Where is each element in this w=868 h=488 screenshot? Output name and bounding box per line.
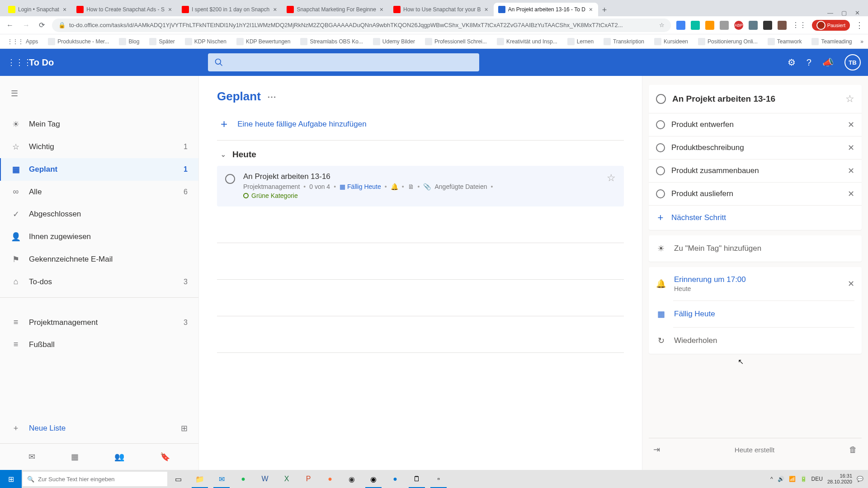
- chrome-icon[interactable]: ◉: [363, 470, 384, 488]
- tab-close-icon[interactable]: ×: [588, 6, 594, 13]
- task-row[interactable]: An Projekt arbeiten 13-16 Projektmanagem…: [217, 166, 624, 206]
- bookmark-item[interactable]: Udemy Bilder: [370, 36, 418, 47]
- app-icon[interactable]: ▫: [428, 470, 449, 488]
- extension-icon[interactable]: [676, 21, 685, 30]
- due-date-row[interactable]: ▦ Fällig Heute: [649, 301, 862, 327]
- bookmark-item[interactable]: ⋮⋮⋮Apps: [5, 36, 41, 47]
- bookmark-item[interactable]: Positionierung Onli...: [695, 36, 760, 47]
- abp-icon[interactable]: ABP: [734, 21, 743, 30]
- extension-icon[interactable]: [691, 21, 700, 30]
- notifications-icon[interactable]: 💬: [857, 476, 863, 482]
- tab-close-icon[interactable]: ×: [272, 6, 278, 13]
- step-circle[interactable]: [656, 166, 665, 175]
- star-icon[interactable]: ☆: [607, 172, 616, 184]
- sidebar-item[interactable]: ✓Abgeschlossen: [0, 203, 198, 225]
- sidebar-item[interactable]: ☆Wichtig1: [0, 136, 198, 158]
- star-icon[interactable]: ☆: [659, 22, 665, 28]
- complete-circle[interactable]: [225, 174, 235, 184]
- mail-app-icon[interactable]: ✉: [211, 470, 232, 488]
- bookmark-item[interactable]: Transkription: [601, 36, 647, 47]
- bookmark-item[interactable]: Professionell Schrei...: [422, 36, 490, 47]
- sidebar-item[interactable]: ≡Projektmanagement3: [0, 311, 198, 333]
- firefox-icon[interactable]: ●: [319, 470, 341, 488]
- mail-icon[interactable]: ✉: [28, 452, 35, 462]
- step-circle[interactable]: [656, 120, 665, 129]
- wifi-icon[interactable]: 📶: [789, 476, 796, 482]
- tab-close-icon[interactable]: ×: [483, 6, 489, 13]
- step-row[interactable]: Produkt zusammenbauen✕: [649, 159, 862, 182]
- app-launcher-icon[interactable]: ⋮⋮⋮: [7, 57, 25, 67]
- tab-close-icon[interactable]: ×: [167, 6, 173, 13]
- bookmark-item[interactable]: KDP Nischen: [182, 36, 229, 47]
- step-row[interactable]: Produktbeschreibung✕: [649, 136, 862, 159]
- step-circle[interactable]: [656, 189, 665, 198]
- hide-detail-icon[interactable]: ⇥: [653, 445, 660, 455]
- edge-icon[interactable]: ●: [384, 470, 406, 488]
- bookmark-item[interactable]: Lernen: [565, 36, 596, 47]
- close-icon[interactable]: ✕: [848, 279, 854, 289]
- obs-icon[interactable]: ◉: [341, 470, 363, 488]
- megaphone-icon[interactable]: 📣: [822, 57, 834, 68]
- word-icon[interactable]: W: [254, 470, 276, 488]
- avatar[interactable]: TB: [844, 54, 861, 70]
- people-icon[interactable]: 👥: [114, 452, 124, 462]
- calendar-icon[interactable]: ▦: [71, 452, 79, 462]
- tray-chevron-icon[interactable]: ^: [770, 476, 773, 482]
- close-window-button[interactable]: ✕: [855, 9, 860, 16]
- bookmark-item[interactable]: Teamleading: [809, 36, 854, 47]
- bookmark-item[interactable]: Teamwork: [765, 36, 805, 47]
- extension-icon[interactable]: [749, 21, 758, 30]
- bookmark-item[interactable]: Kursideen: [651, 36, 691, 47]
- volume-icon[interactable]: 🔊: [778, 476, 784, 482]
- notepad-icon[interactable]: 🗒: [406, 470, 428, 488]
- clock[interactable]: 16:31 28.10.2020: [827, 473, 852, 485]
- extension-icon[interactable]: [705, 21, 714, 30]
- sidebar-item[interactable]: ▦Geplant1: [0, 158, 198, 181]
- sidebar-item[interactable]: ∞Alle6: [0, 181, 198, 203]
- browser-tab[interactable]: An Projekt arbeiten 13-16 - To D×: [494, 3, 598, 16]
- extension-icon[interactable]: [763, 21, 772, 30]
- bookmark-item[interactable]: Streamlabs OBS Ko...: [297, 36, 365, 47]
- maximize-button[interactable]: ▢: [841, 9, 847, 16]
- hamburger-icon[interactable]: ☰: [0, 83, 198, 104]
- powerpoint-icon[interactable]: P: [297, 470, 319, 488]
- bookmark-item[interactable]: Produktsuche - Mer...: [45, 36, 112, 47]
- sidebar-item[interactable]: ⌂To-dos3: [0, 271, 198, 293]
- step-row[interactable]: Produkt entwerfen✕: [649, 113, 862, 136]
- start-button[interactable]: ⊞: [0, 470, 22, 488]
- add-to-my-day-button[interactable]: ☀ Zu "Mein Tag" hinzufügen: [649, 235, 862, 262]
- browser-tab[interactable]: Login • Snapchat×: [4, 3, 72, 16]
- bookmarks-overflow[interactable]: »: [860, 38, 863, 45]
- step-row[interactable]: Produkt ausliefern✕: [649, 182, 862, 205]
- tab-close-icon[interactable]: ×: [62, 6, 67, 13]
- detail-title[interactable]: An Projekt arbeiten 13-16: [672, 94, 839, 104]
- repeat-row[interactable]: ↻ Wiederholen: [649, 328, 862, 354]
- section-header[interactable]: ⌄ Heute: [217, 141, 624, 166]
- bookmark-item[interactable]: KDP Bewertungen: [234, 36, 293, 47]
- reminder-row[interactable]: 🔔 Erinnerung um 17:00 Heute ✕: [649, 267, 862, 300]
- browser-tab[interactable]: Snapchat Marketing For Beginne×: [282, 3, 389, 16]
- new-list-button[interactable]: + Neue Liste ⊞: [0, 417, 198, 440]
- chrome-menu-icon[interactable]: ⋮: [855, 20, 863, 30]
- bookmark-item[interactable]: Blog: [116, 36, 142, 47]
- sidebar-item[interactable]: ≡Fußball: [0, 333, 198, 356]
- settings-icon[interactable]: ⚙: [788, 57, 796, 68]
- language-indicator[interactable]: DEU: [811, 476, 823, 482]
- extension-icon[interactable]: [778, 21, 787, 30]
- complete-circle[interactable]: [656, 94, 666, 104]
- new-tab-button[interactable]: +: [598, 4, 611, 16]
- explorer-icon[interactable]: 📁: [189, 470, 211, 488]
- browser-tab[interactable]: How to Create Snapchat Ads - S×: [72, 3, 177, 16]
- bookmark-item[interactable]: Kreativität und Insp...: [494, 36, 560, 47]
- task-view-icon[interactable]: ▭: [167, 470, 189, 488]
- sidebar-item[interactable]: 👤Ihnen zugewiesen: [0, 225, 198, 248]
- sidebar-item[interactable]: ☀Mein Tag: [0, 113, 198, 136]
- help-icon[interactable]: ?: [807, 57, 811, 68]
- reload-button[interactable]: ⟳: [37, 19, 47, 31]
- delete-icon[interactable]: 🗑: [849, 445, 857, 455]
- sidebar-item[interactable]: ⚑Gekennzeichnete E-Mail: [0, 248, 198, 271]
- extensions-menu-icon[interactable]: ⋮⋮: [792, 21, 807, 29]
- browser-tab[interactable]: I spent $200 in 1 day on Snapch×: [177, 3, 282, 16]
- address-bar[interactable]: 🔒 to-do.office.com/tasks/id/AAMkADQ1YjVY…: [52, 19, 671, 32]
- star-icon[interactable]: ☆: [845, 93, 854, 105]
